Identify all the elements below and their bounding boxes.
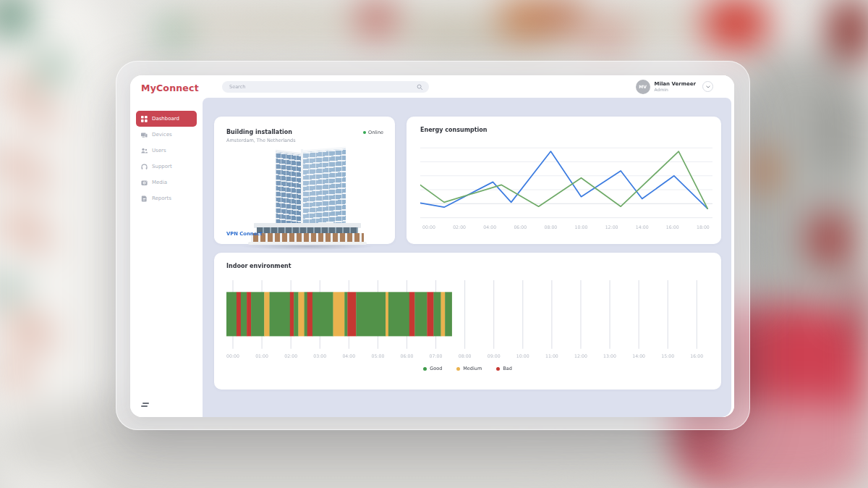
x-tick-label: 05:00 [371, 353, 384, 358]
background-blob [586, 18, 629, 51]
background-blob [11, 319, 31, 333]
background-blob [0, 279, 16, 300]
user-name: Milan Vermeer [655, 81, 696, 88]
chevron-down-icon[interactable] [702, 81, 713, 92]
timeline-segment-medium [333, 292, 345, 336]
background-blob [11, 83, 31, 98]
background-blob [546, 0, 579, 33]
energy-chart-title: Energy consumption [420, 127, 712, 133]
search-bar[interactable] [222, 81, 429, 93]
timeline-segment-medium [386, 292, 388, 336]
timeline-segment-bad [307, 292, 313, 336]
timeline-segment-medium [441, 292, 446, 336]
users-icon [141, 148, 148, 154]
app-window: MyConnect Dashboard Devices Users Suppor… [130, 75, 734, 417]
user-menu[interactable]: MV Milan Vermeer Admin [636, 80, 713, 94]
sidebar-item-users[interactable]: Users [136, 143, 197, 159]
legend-item: Good [423, 366, 442, 371]
x-tick-label: 11:00 [545, 353, 558, 358]
background-blob [749, 151, 775, 191]
online-dot-icon [363, 131, 366, 134]
timeline-segment-good [433, 292, 441, 336]
x-tick-label: 06:00 [401, 353, 414, 358]
timeline-segment-medium [298, 292, 304, 336]
x-tick-label: 08:00 [544, 224, 557, 230]
background-blob [33, 109, 51, 122]
timeline-segment-good [294, 292, 299, 336]
building-illustration [226, 145, 383, 230]
sidebar-item-media[interactable]: Media [136, 174, 197, 190]
timeline-segment-bad [409, 292, 415, 336]
search-input[interactable] [228, 83, 417, 91]
camera-icon [141, 180, 148, 186]
dashboard-content: Building installation Amsterdam, The Net… [203, 98, 731, 417]
x-tick-label: 03:00 [313, 353, 326, 358]
background-blob [809, 214, 851, 265]
x-tick-label: 00:00 [422, 224, 435, 230]
timeline-segment-good [270, 292, 291, 336]
x-tick-label: 16:00 [690, 353, 703, 358]
collapse-sidebar-icon[interactable] [141, 403, 149, 408]
timeline-segment-bad [347, 292, 356, 336]
energy-line-chart: 00:0002:0004:0006:0008:0010:0012:0014:00… [420, 139, 712, 236]
timeline-segment-good [251, 292, 265, 336]
energy-consumption-card: Energy consumption 00:0002:0004:0006:000… [407, 117, 721, 244]
x-tick-label: 09:00 [488, 353, 501, 358]
background-blob [810, 87, 868, 174]
timeline-segment-good [305, 292, 307, 336]
building-card-subtitle: Amsterdam, The Netherlands [226, 138, 383, 143]
background-blob [0, 156, 19, 170]
background-blob [705, 0, 767, 47]
sidebar-nav: Dashboard Devices Users Support Media Re… [130, 111, 203, 206]
legend-item: Bad [496, 366, 512, 371]
legend-dot-icon [423, 367, 427, 371]
x-tick-label: 02:00 [284, 353, 297, 358]
vpn-connect-link[interactable]: VPN Connect› [226, 231, 265, 237]
legend-dot-icon [456, 367, 460, 371]
background-blob [405, 35, 564, 48]
background-blob [0, 0, 29, 33]
x-tick-label: 01:00 [255, 353, 268, 358]
x-tick-label: 10:00 [575, 224, 588, 230]
legend-item: Medium [456, 366, 482, 371]
legend-dot-icon [496, 367, 500, 371]
topbar: MV Milan Vermeer Admin [203, 75, 734, 98]
timeline-segment-bad [237, 292, 241, 336]
timeline-segment-good [445, 292, 452, 336]
sidebar-item-dashboard[interactable]: Dashboard [136, 111, 197, 127]
timeline-segment-bad [247, 292, 251, 336]
x-tick-label: 00:00 [226, 353, 239, 358]
timeline-segment-medium [264, 292, 270, 336]
timeline-segment-bad [427, 292, 433, 336]
x-tick-label: 02:00 [453, 224, 466, 230]
document-icon [141, 195, 148, 202]
indoor-chart-title: Indoor environment [226, 263, 709, 269]
building-card-title: Building installation [226, 129, 383, 135]
sidebar-item-devices[interactable]: Devices [136, 127, 197, 143]
background-blob [503, 0, 542, 36]
timeline-segment-good [312, 292, 333, 336]
background-blob [362, 4, 391, 34]
x-tick-label: 10:00 [516, 353, 529, 358]
green-series [420, 151, 707, 209]
background-blob [33, 329, 50, 342]
background-blob [854, 275, 868, 355]
x-tick-label: 14:00 [632, 353, 645, 358]
headphones-icon [141, 164, 148, 170]
devices-icon [141, 132, 148, 138]
blue-series [420, 151, 707, 209]
x-tick-label: 18:00 [697, 224, 710, 230]
status-badge: Online [363, 130, 383, 135]
main-area: MV Milan Vermeer Admin Building installa… [203, 75, 734, 417]
x-tick-label: 14:00 [636, 224, 649, 230]
timeline-segment-good [241, 292, 247, 336]
search-icon [417, 80, 423, 93]
sidebar-item-support[interactable]: Support [136, 159, 197, 174]
indoor-legend: Good Medium Bad [226, 366, 709, 371]
timeline-segment-good [414, 292, 427, 336]
app-logo: MyConnect [130, 75, 203, 93]
x-tick-label: 16:00 [666, 224, 679, 230]
timeline-segment-good [226, 292, 237, 336]
sidebar-item-reports[interactable]: Reports [136, 190, 197, 206]
sidebar: MyConnect Dashboard Devices Users Suppor… [130, 75, 203, 417]
